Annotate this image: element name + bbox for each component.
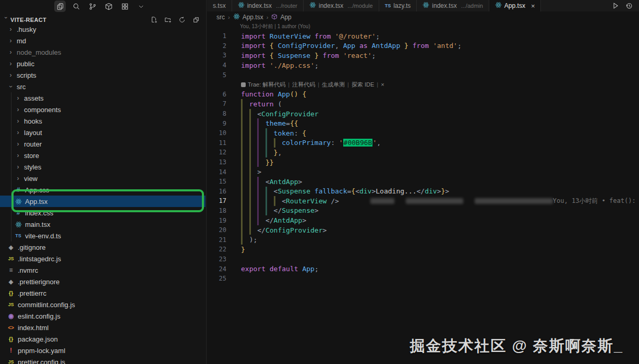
chevron-right-icon: › (7, 26, 14, 33)
tree-file-nvmrc[interactable]: ≡.nvmrc (0, 264, 206, 276)
close-icon[interactable]: × (531, 2, 535, 10)
tree-folder-public[interactable]: ›public (0, 58, 206, 69)
codelens-action[interactable]: Trae: 解释代码 (248, 81, 285, 89)
indent-guide (266, 148, 274, 157)
indent-guide (257, 187, 266, 197)
code-token (339, 52, 343, 59)
tree-file-app-css[interactable]: #App.css (0, 184, 206, 196)
tab-index-tsx[interactable]: index.tsx.../admin (417, 0, 489, 11)
indent-guide (257, 177, 266, 187)
code-token: </ (274, 207, 282, 214)
tree-folder-src[interactable]: ›src (0, 81, 206, 92)
codelens-action[interactable]: 生成单测 (322, 81, 345, 89)
code-line-20: 20</ConfigProvider> (207, 225, 639, 235)
tree-folder-md[interactable]: ›md (0, 35, 206, 46)
file-blame-summary: You, 13小时前 | 1 author (You) (207, 23, 639, 31)
breadcrumb-app-tsx[interactable]: App.tsx (233, 13, 263, 21)
tree-file-main-tsx[interactable]: main.tsx (0, 219, 206, 230)
tree-folder-styles[interactable]: ›styles (0, 161, 206, 173)
tree-file-pnpm-lock-yaml[interactable]: !pnpm-lock.yaml (0, 345, 206, 356)
tree-file-prettier-config-js[interactable]: JSprettier.config.js (0, 356, 206, 364)
tree-file-lintstagedrc-js[interactable]: JS.lintstagedrc.js (0, 253, 206, 264)
tree-folder-router[interactable]: ›router (0, 138, 206, 150)
tab-lazy-ts[interactable]: TSlazy.ts (379, 0, 417, 11)
code-token: { (302, 90, 306, 98)
react-icon (309, 2, 316, 10)
breadcrumb-app[interactable]: App (271, 14, 291, 21)
tree-folder-store[interactable]: ›store (0, 150, 206, 161)
code-token (266, 52, 270, 59)
tree-folder-husky[interactable]: ›.husky (0, 23, 206, 35)
line-content (233, 254, 639, 264)
tree-file-eslint-config-js[interactable]: ◉eslint.config.js (0, 310, 206, 322)
tab-app-tsx[interactable]: App.tsx× (489, 0, 541, 11)
tab-label: lazy.ts (393, 2, 411, 9)
tree-file-gitignore[interactable]: ◈.gitignore (0, 241, 206, 253)
code-token: } (404, 42, 408, 50)
tree-file-commitlint-config-js[interactable]: JScommitlint.config.js (0, 299, 206, 310)
code-token: > (445, 187, 449, 195)
timeline-icon[interactable] (625, 2, 633, 9)
ide-window: › VITE-REACT ›.husky›md›node_modules›pub… (0, 0, 639, 364)
code-token: from (323, 52, 339, 59)
tab-s-tsx[interactable]: s.tsx (207, 0, 232, 11)
line-content: import { Suspense } from 'react'; (233, 51, 639, 60)
breadcrumb-src[interactable]: src (216, 14, 225, 21)
tree-folder-components[interactable]: ›components (0, 104, 206, 115)
indent-guide (241, 215, 249, 225)
code-token: </ (417, 187, 425, 195)
tree-folder-assets[interactable]: ›assets (0, 92, 206, 104)
code-line-13: 13}} (207, 157, 639, 167)
tree-item-label: index.css (25, 209, 53, 217)
chevron-down-icon[interactable]: › (3, 17, 9, 23)
project-title: VITE-REACT (10, 17, 46, 23)
code-token: } (315, 52, 319, 59)
tree-folder-layout[interactable]: ›layout (0, 127, 206, 138)
indent-guide (249, 187, 258, 197)
code-token: function (241, 90, 274, 98)
code-token: ; (457, 42, 462, 50)
indent-guide (249, 225, 258, 235)
tree-file-package-json[interactable]: {}package.json (0, 333, 206, 345)
chevron-right-icon: › (15, 152, 21, 159)
code-token: : (294, 129, 303, 137)
react-icon (238, 2, 245, 10)
extensions-icon[interactable] (103, 1, 114, 12)
tree-file-app-tsx[interactable]: App.tsx (0, 196, 206, 207)
code-token (355, 42, 359, 50)
symbol-cube-icon (271, 14, 278, 21)
code-token (274, 52, 278, 59)
codelens-action[interactable]: 探索 IDE (352, 81, 374, 89)
code-line-19: 19</AntdApp> (207, 215, 639, 225)
indent-guide (257, 157, 266, 167)
tree-file-index-html[interactable]: <>index.html (0, 322, 206, 333)
layout-grid-icon[interactable] (119, 1, 130, 12)
tree-folder-scripts[interactable]: ›scripts (0, 69, 206, 81)
search-icon[interactable] (70, 1, 82, 12)
codelens-action[interactable]: × (381, 81, 384, 88)
tab-index-tsx[interactable]: index.tsx.../router (232, 0, 304, 11)
line-content: > (233, 167, 639, 177)
codelens-action[interactable]: 注释代码 (292, 81, 315, 89)
indent-guide (249, 196, 258, 206)
code-token: ; (376, 32, 380, 40)
tree-file-prettierrc[interactable]: {}.prettierrc (0, 287, 206, 299)
chevron-down-icon[interactable] (135, 1, 147, 12)
tree-item-label: main.tsx (25, 221, 50, 228)
tree-file-vite-env-d-ts[interactable]: TSvite-env.d.ts (0, 230, 206, 241)
tree-file-index-css[interactable]: #index.css (0, 207, 206, 219)
tree-folder-view[interactable]: ›view (0, 173, 206, 184)
tab-index-tsx[interactable]: index.tsx.../module (304, 0, 379, 11)
tree-folder-node-modules[interactable]: ›node_modules (0, 46, 206, 58)
source-control-icon[interactable] (87, 1, 98, 12)
excl-file-icon: ! (7, 347, 15, 354)
indent-guide (241, 187, 249, 197)
tree-item-label: vite-env.d.ts (25, 232, 61, 240)
censored-blame-segment (370, 198, 394, 204)
tree-file-prettierignore[interactable]: ◈.prettierignore (0, 276, 206, 287)
files-icon[interactable] (54, 1, 66, 12)
code-token: AntdApp (274, 216, 303, 224)
tree-folder-hooks[interactable]: ›hooks (0, 115, 206, 127)
chevron-right-icon: › (7, 48, 14, 56)
run-icon[interactable] (612, 2, 619, 9)
